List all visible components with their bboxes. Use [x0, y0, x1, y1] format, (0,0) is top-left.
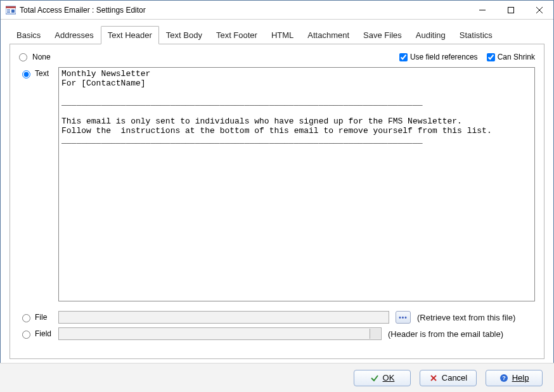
svg-rect-2	[7, 9, 10, 10]
checkbox-use-field-refs-label: Use field references	[410, 53, 478, 61]
svg-rect-5	[11, 9, 15, 13]
radio-field[interactable]: Field	[19, 329, 52, 339]
tab-text-body[interactable]: Text Body	[159, 26, 209, 44]
tab-text-footer[interactable]: Text Footer	[209, 26, 264, 44]
close-icon	[429, 374, 438, 383]
svg-rect-4	[7, 12, 10, 13]
close-button[interactable]	[525, 1, 553, 20]
maximize-button[interactable]	[496, 1, 525, 20]
field-desc-label: (Header is from the email table)	[388, 329, 503, 339]
radio-file-label: File	[35, 313, 47, 322]
help-button[interactable]: ? Help	[486, 370, 543, 386]
tab-statistics[interactable]: Statistics	[453, 26, 499, 44]
help-button-label: Help	[512, 373, 529, 383]
radio-text-input[interactable]	[22, 70, 30, 79]
title-bar: Total Access Emailer : Settings Editor	[1, 1, 553, 20]
cancel-button[interactable]: Cancel	[420, 370, 477, 386]
checkbox-can-shrink-input[interactable]	[487, 53, 495, 61]
svg-text:?: ?	[502, 375, 506, 381]
checkbox-can-shrink[interactable]: Can Shrink	[487, 53, 535, 61]
dialog-footer: OK Cancel ? Help	[0, 363, 554, 392]
tab-bar: Basics Addresses Text Header Text Body T…	[10, 26, 544, 44]
ok-button[interactable]: OK	[354, 370, 411, 386]
radio-none[interactable]: None	[19, 53, 51, 61]
radio-none-input[interactable]	[19, 53, 27, 61]
svg-rect-1	[6, 6, 16, 8]
svg-rect-3	[7, 11, 10, 11]
tab-text-header[interactable]: Text Header	[101, 26, 159, 44]
ok-button-label: OK	[383, 373, 395, 383]
file-path-input[interactable]	[58, 311, 389, 324]
file-desc-label: (Retrieve text from this file)	[417, 313, 515, 322]
minimize-button[interactable]	[468, 1, 496, 20]
help-icon: ?	[499, 374, 508, 383]
checkbox-can-shrink-label: Can Shrink	[498, 53, 535, 61]
check-icon	[370, 374, 379, 383]
browse-file-button[interactable]: •••	[396, 311, 411, 324]
window-title: Total Access Emailer : Settings Editor	[20, 6, 146, 15]
checkbox-use-field-refs-input[interactable]	[399, 53, 408, 61]
text-header-textarea[interactable]	[58, 67, 535, 301]
radio-none-label: None	[32, 53, 51, 61]
chevron-down-icon	[373, 331, 378, 336]
tab-addresses[interactable]: Addresses	[48, 26, 100, 44]
tab-basics[interactable]: Basics	[10, 26, 48, 44]
radio-file-input[interactable]	[22, 314, 30, 322]
app-icon	[6, 5, 16, 15]
tab-html[interactable]: HTML	[264, 26, 300, 44]
radio-field-label: Field	[35, 329, 51, 338]
radio-text-label: Text	[35, 69, 49, 78]
cancel-button-label: Cancel	[442, 373, 467, 383]
tab-attachment[interactable]: Attachment	[300, 26, 356, 44]
tab-panel: None Use field references Can Shrink Tex…	[10, 44, 544, 359]
checkbox-use-field-refs[interactable]: Use field references	[399, 53, 478, 61]
radio-text[interactable]: Text	[19, 67, 52, 79]
svg-rect-7	[508, 7, 513, 13]
tab-save-files[interactable]: Save Files	[356, 26, 409, 44]
radio-field-input[interactable]	[22, 331, 30, 339]
radio-file[interactable]: File	[19, 312, 52, 322]
tab-auditing[interactable]: Auditing	[409, 26, 453, 44]
field-select[interactable]	[58, 327, 382, 340]
